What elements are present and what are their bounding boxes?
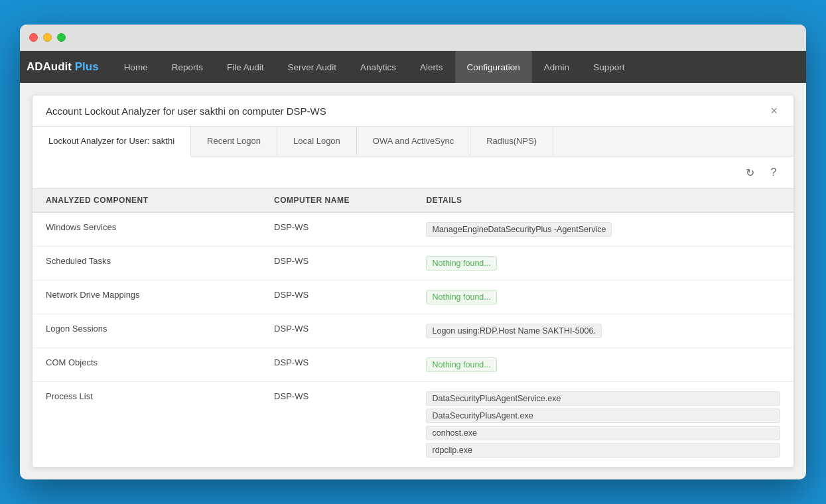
cell-details: DataSecurityPlusAgentService.exeDataSecu… [413,382,793,468]
refresh-button[interactable]: ↻ [740,163,759,182]
col-header-details: DETAILS [413,189,793,213]
table-row: Logon SessionsDSP-WSLogon using:RDP.Host… [33,314,793,348]
cell-component: Network Drive Mappings [33,281,261,314]
cell-component: Windows Services [33,212,261,247]
cell-details: Nothing found... [413,247,793,281]
toolbar: ↻ ? [33,157,793,188]
cell-details: Nothing found... [413,348,793,382]
cell-computer: DSP-WS [261,281,413,314]
process-item: rdpclip.exe [426,443,780,458]
cell-component: Scheduled Tasks [33,247,261,281]
tab-owa-activesync[interactable]: OWA and ActiveSync [357,127,470,156]
nav-reports[interactable]: Reports [160,51,215,83]
dialog-header: Account Lockout Analyzer for user sakthi… [33,95,793,127]
help-button[interactable]: ? [764,163,783,182]
nav-items: Home Reports File Audit Server Audit Ana… [112,51,799,83]
tab-radius-nps[interactable]: Radius(NPS) [470,127,553,156]
detail-badge: ManageEngineDataSecurityPlus -AgentServi… [426,222,612,237]
minimize-window-button[interactable] [43,33,52,42]
cell-details: Logon using:RDP.Host Name SAKTHI-5006. [413,314,793,348]
brand-logo: ADAudit Plus [27,60,99,74]
dialog-title: Account Lockout Analyzer for user sakthi… [46,105,326,117]
nothing-found-badge: Nothing found... [426,357,496,372]
nav-support[interactable]: Support [581,51,636,83]
cell-computer: DSP-WS [261,382,413,468]
detail-badge: Logon using:RDP.Host Name SAKTHI-5006. [426,324,601,338]
cell-details: ManageEngineDataSecurityPlus -AgentServi… [413,212,793,247]
nav-server-audit[interactable]: Server Audit [275,51,348,83]
table-row: Process ListDSP-WSDataSecurityPlusAgentS… [33,382,793,468]
nav-file-audit[interactable]: File Audit [215,51,276,83]
nav-bar: ADAudit Plus Home Reports File Audit Ser… [20,51,806,83]
cell-computer: DSP-WS [261,247,413,281]
title-bar [20,25,806,51]
close-window-button[interactable] [29,33,38,42]
tab-lockout-analyzer[interactable]: Lockout Analyzer for User: sakthi [33,127,191,157]
table-header-row: ANALYZED COMPONENT COMPUTER NAME DETAILS [33,189,793,213]
data-table: ANALYZED COMPONENT COMPUTER NAME DETAILS… [33,188,793,467]
nav-configuration[interactable]: Configuration [455,51,532,83]
cell-component: Logon Sessions [33,314,261,348]
process-item: DataSecurityPlusAgentService.exe [426,391,780,406]
process-list: DataSecurityPlusAgentService.exeDataSecu… [426,391,780,458]
cell-computer: DSP-WS [261,314,413,348]
cell-computer: DSP-WS [261,348,413,382]
cell-computer: DSP-WS [261,212,413,247]
maximize-window-button[interactable] [57,33,66,42]
cell-component: Process List [33,382,261,468]
nav-alerts[interactable]: Alerts [408,51,455,83]
table-row: COM ObjectsDSP-WSNothing found... [33,348,793,382]
table-row: Network Drive MappingsDSP-WSNothing foun… [33,281,793,314]
cell-component: COM Objects [33,348,261,382]
traffic-lights [29,33,66,42]
nothing-found-badge: Nothing found... [426,290,496,304]
mac-window: ADAudit Plus Home Reports File Audit Ser… [20,25,806,479]
nav-home[interactable]: Home [112,51,160,83]
col-header-computer: COMPUTER NAME [261,189,413,213]
tabs-row: Lockout Analyzer for User: sakthi Recent… [33,127,793,157]
table-row: Scheduled TasksDSP-WSNothing found... [33,247,793,281]
nothing-found-badge: Nothing found... [426,256,496,271]
nav-analytics[interactable]: Analytics [348,51,408,83]
table-row: Windows ServicesDSP-WSManageEngineDataSe… [33,212,793,247]
table-wrapper[interactable]: ANALYZED COMPONENT COMPUTER NAME DETAILS… [33,188,793,467]
close-dialog-button[interactable]: × [768,105,780,117]
process-item: conhost.exe [426,426,780,440]
cell-details: Nothing found... [413,281,793,314]
dialog-container: Account Lockout Analyzer for user sakthi… [32,95,794,468]
col-header-component: ANALYZED COMPONENT [33,189,261,213]
process-item: DataSecurityPlusAgent.exe [426,409,780,423]
nav-admin[interactable]: Admin [532,51,581,83]
tab-local-logon[interactable]: Local Logon [277,127,357,156]
tab-recent-logon[interactable]: Recent Logon [191,127,277,156]
